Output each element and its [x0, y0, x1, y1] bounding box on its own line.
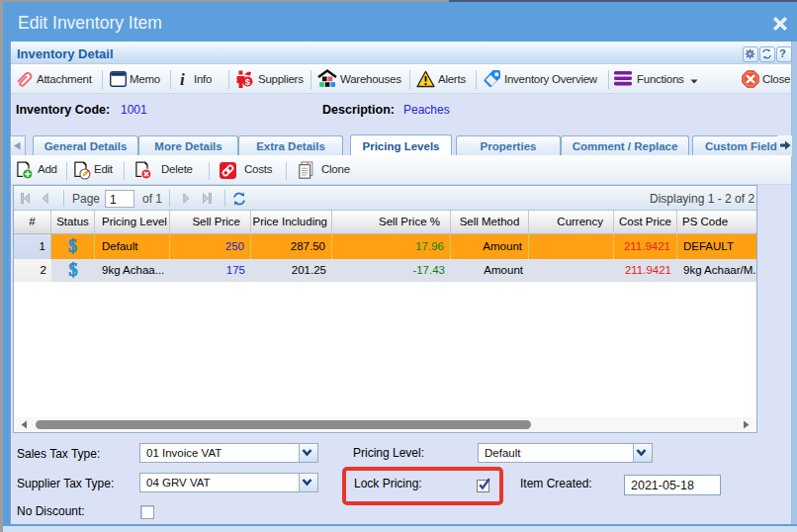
- svg-text:$: $: [245, 76, 251, 87]
